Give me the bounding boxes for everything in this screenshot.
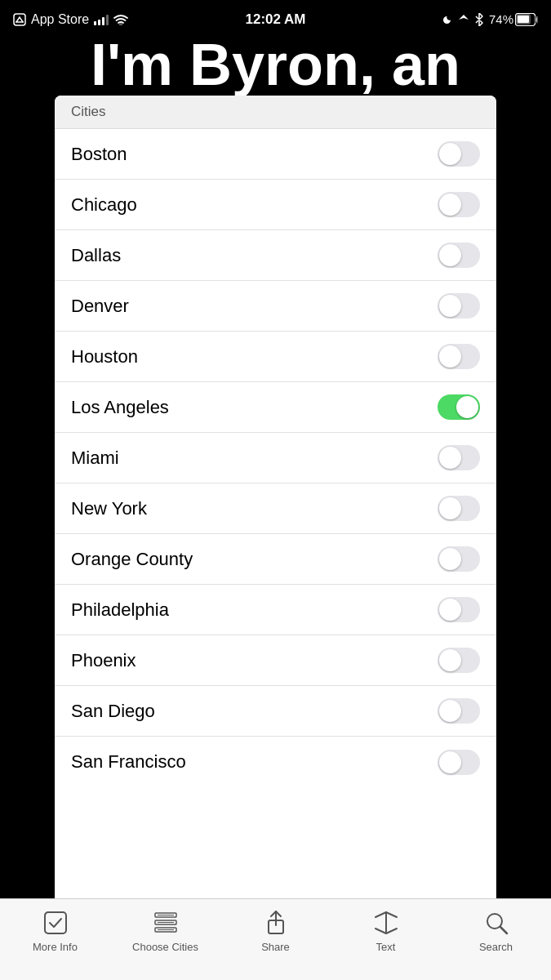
toggle-knob — [456, 396, 478, 418]
city-name: San Diego — [71, 701, 155, 722]
toggle-switch[interactable] — [438, 597, 480, 622]
city-row[interactable]: Miami — [55, 433, 496, 483]
city-name: New York — [71, 498, 147, 519]
text-label: Text — [376, 941, 396, 953]
carrier-label: App Store — [31, 12, 89, 27]
toggle-knob — [439, 345, 461, 368]
list-icon — [152, 909, 180, 937]
moon-icon — [442, 14, 453, 25]
toolbar-item-more-info[interactable]: More Info — [15, 909, 96, 953]
city-row[interactable]: Philadelphia — [55, 585, 496, 635]
toggle-switch[interactable] — [438, 648, 480, 673]
city-row[interactable]: Boston — [55, 129, 496, 180]
toggle-switch[interactable] — [438, 445, 480, 470]
city-name: Orange County — [71, 549, 193, 570]
toggle-knob — [439, 244, 461, 266]
svg-point-2 — [120, 23, 122, 24]
toggle-switch[interactable] — [438, 394, 480, 420]
search-icon — [482, 909, 510, 937]
share-label: Share — [261, 941, 290, 953]
city-row[interactable]: New York — [55, 483, 496, 534]
city-name: Miami — [71, 448, 119, 469]
toggle-switch[interactable] — [438, 546, 480, 572]
forward-arrow-icon — [372, 909, 400, 937]
battery-body — [515, 13, 538, 26]
svg-rect-4 — [535, 16, 538, 22]
city-name: Los Angeles — [71, 397, 169, 418]
section-header: Cities — [55, 96, 496, 129]
svg-rect-0 — [14, 14, 25, 25]
more-info-icon — [42, 909, 69, 937]
city-name: Boston — [71, 144, 127, 165]
toggle-switch[interactable] — [438, 243, 480, 268]
city-row[interactable]: Phoenix — [55, 635, 496, 686]
toggle-switch[interactable] — [438, 750, 480, 775]
status-left: App Store — [13, 12, 128, 27]
city-row[interactable]: Los Angeles — [55, 382, 496, 433]
text-icon — [372, 909, 400, 937]
city-name: Phoenix — [71, 650, 136, 671]
city-name: Chicago — [71, 194, 137, 216]
city-name: Dallas — [71, 245, 121, 266]
toggle-switch[interactable] — [438, 698, 480, 724]
city-row[interactable]: San Diego — [55, 686, 496, 737]
city-name: Philadelphia — [71, 599, 169, 621]
city-name: Denver — [71, 296, 129, 317]
checkmark-circle-icon — [42, 909, 69, 937]
city-row[interactable]: Chicago — [55, 180, 496, 230]
toggle-knob — [439, 447, 461, 469]
city-name: San Francisco — [71, 751, 186, 773]
city-name: Houston — [71, 346, 138, 368]
toggle-knob — [439, 497, 461, 519]
status-bar: App Store 12:02 AM 74% — [0, 0, 551, 38]
choose-cities-label: Choose Cities — [132, 941, 198, 953]
svg-rect-6 — [45, 912, 66, 933]
bluetooth-icon — [474, 13, 484, 26]
cities-sheet: Cities BostonChicagoDallasDenverHoustonL… — [55, 96, 496, 898]
signal-bars — [94, 14, 109, 25]
city-row[interactable]: Denver — [55, 281, 496, 332]
toggle-knob — [439, 143, 461, 165]
toggle-knob — [439, 751, 461, 773]
status-time: 12:02 AM — [245, 11, 305, 28]
toggle-switch[interactable] — [438, 293, 480, 318]
toggle-switch[interactable] — [438, 344, 480, 369]
search-label: Search — [479, 941, 513, 953]
toolbar-item-choose-cities[interactable]: Choose Cities — [125, 909, 207, 953]
toolbar-item-text[interactable]: Text — [345, 909, 427, 953]
city-row[interactable]: Orange County — [55, 534, 496, 585]
city-row[interactable]: Houston — [55, 332, 496, 382]
toolbar-item-search[interactable]: Search — [455, 909, 537, 953]
location-icon — [458, 14, 469, 25]
share-upload-icon — [262, 909, 290, 937]
status-right: 74% — [442, 12, 538, 26]
svg-rect-5 — [517, 15, 530, 24]
wifi-icon — [113, 14, 128, 25]
toolbar-item-share[interactable]: Share — [235, 909, 317, 953]
city-row[interactable]: Dallas — [55, 230, 496, 281]
toggle-knob — [439, 194, 461, 216]
toggle-switch[interactable] — [438, 496, 480, 521]
magnify-icon — [482, 909, 510, 937]
toggle-switch[interactable] — [438, 192, 480, 217]
more-info-label: More Info — [33, 941, 78, 953]
battery-percent: 74% — [489, 12, 513, 26]
city-row[interactable]: San Francisco — [55, 737, 496, 787]
appstore-icon — [13, 13, 26, 26]
toggle-switch[interactable] — [438, 141, 480, 167]
bottom-toolbar: More Info Choose Cities Share — [0, 898, 551, 980]
cities-list[interactable]: BostonChicagoDallasDenverHoustonLos Ange… — [55, 129, 496, 898]
toggle-knob — [439, 548, 461, 570]
battery-icon: 74% — [489, 12, 538, 26]
toggle-knob — [439, 599, 461, 621]
svg-line-17 — [500, 927, 507, 933]
choose-cities-icon — [152, 909, 180, 937]
share-icon — [262, 909, 290, 937]
toggle-knob — [439, 295, 461, 317]
toggle-knob — [439, 700, 461, 722]
toggle-knob — [439, 649, 461, 671]
